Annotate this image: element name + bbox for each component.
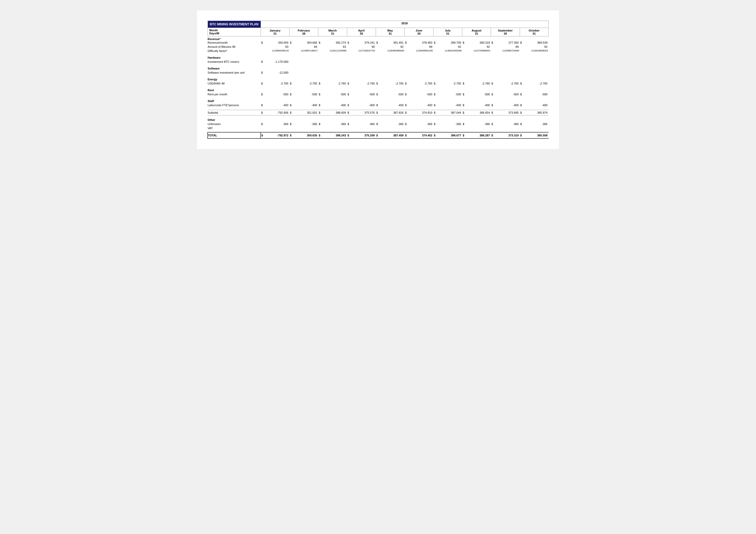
staff-currency-sep: $ xyxy=(491,103,494,107)
en-currency-mar: $ xyxy=(318,81,321,86)
rev-feb: 354.666 xyxy=(292,40,318,45)
spacer-1 xyxy=(208,53,549,55)
total-apr: 375.209 xyxy=(350,132,376,139)
rent-currency-jul: $ xyxy=(433,92,436,96)
rev-oct: 389.539 xyxy=(523,40,548,45)
rent-apr: -500 xyxy=(350,92,376,96)
total-oct: 385.508 xyxy=(523,132,548,139)
plan-title: BTC MINING INVESTMENT PLAN xyxy=(208,21,261,28)
hardware-section-row: Hardware xyxy=(208,55,549,60)
en-mar: -2.765 xyxy=(321,81,347,86)
en-currency-apr: $ xyxy=(347,81,350,86)
unf-oct: -366 xyxy=(523,122,548,126)
staff-feb: -400 xyxy=(292,103,318,107)
diff-oct: 1134018608323 xyxy=(523,49,548,53)
aug-header: August 31 xyxy=(462,28,491,37)
sub-currency-may: $ xyxy=(376,110,379,115)
total-sep: 373.319 xyxy=(494,132,520,139)
btc-oct: 92 xyxy=(523,45,548,49)
staff-currency-jun: $ xyxy=(405,103,408,107)
spacer-7 xyxy=(208,115,549,117)
sub-currency-oct: $ xyxy=(520,110,523,115)
hardware-sub-label: Investement BTC miners: xyxy=(208,60,261,64)
software-sub-label: Software investment /per unit xyxy=(208,70,261,75)
total-row: TOTAL $ -792.972 $ 350.635 $ 388.243 $ 3… xyxy=(208,132,549,139)
staff-currency-apr: $ xyxy=(347,103,350,107)
diff-jul: 1130623345286 xyxy=(436,49,462,53)
rev-jul: 390.709 xyxy=(436,40,462,45)
unf-mar: -366 xyxy=(321,122,347,126)
en-sep: -2.765 xyxy=(494,81,520,86)
en-currency-feb: $ xyxy=(289,81,292,86)
total-jul: 386.677 xyxy=(436,132,462,139)
total-currency-jun: $ xyxy=(405,132,408,139)
en-currency-aug: $ xyxy=(462,81,465,86)
other-section-row: Other xyxy=(208,117,549,122)
total-may: 387.459 xyxy=(379,132,404,139)
rev-currency-jan: $ xyxy=(261,40,264,45)
sub-currency-jul: $ xyxy=(433,110,436,115)
sub-currency-feb: $ xyxy=(289,110,292,115)
en-oct: -2.765 xyxy=(523,81,548,86)
difficulty-row: Difficulty factor* 1123863285132 1124987… xyxy=(208,49,549,53)
revenue-section-label: Revenue* xyxy=(208,37,549,41)
rent-currency-jan: $ xyxy=(261,92,264,96)
total-currency-may: $ xyxy=(376,132,379,139)
rev-currency-jun: $ xyxy=(405,40,408,45)
unf-aug: -366 xyxy=(465,122,491,126)
rent-mar: -500 xyxy=(321,92,347,96)
energy-sub-label: USD/KWh /M xyxy=(208,81,261,86)
rev-currency-oct: $ xyxy=(520,40,523,45)
unf-currency-sep: $ xyxy=(491,122,494,126)
btc-jul: 92 xyxy=(436,45,462,49)
staff-apr: -400 xyxy=(350,103,376,107)
btc-jun: 89 xyxy=(408,45,433,49)
sep-header: September 30 xyxy=(491,28,520,37)
diff-jun: 1129493851435 xyxy=(408,49,433,53)
rent-currency-sep: $ xyxy=(491,92,494,96)
diff-mar: 1126112135566 xyxy=(321,49,347,53)
rent-jul: -500 xyxy=(436,92,462,96)
btc-apr: 90 xyxy=(350,45,376,49)
rent-currency-apr: $ xyxy=(347,92,350,96)
hw-value: -1.170.000 xyxy=(264,60,289,64)
subtotal-row: Subtotal $ -792.606 $ 351.001 $ 388.609 … xyxy=(208,110,549,115)
total-aug: 386.287 xyxy=(465,132,491,139)
mar-header: March 31 xyxy=(318,28,347,37)
jan-header: January 31 xyxy=(261,28,289,37)
bitcoins-label: Amount of Bitcoins /M xyxy=(208,45,261,49)
staff-may: -400 xyxy=(379,103,404,107)
btc-jan: 93 xyxy=(264,45,289,49)
staff-row: Laborcosts FTE*persons $ -400 $ -400 $ -… xyxy=(208,103,549,107)
staff-currency-may: $ xyxy=(376,103,379,107)
other-section-label: Other xyxy=(208,117,549,122)
staff-section-label: Staff xyxy=(208,98,549,103)
spacer-6 xyxy=(208,107,549,110)
rent-currency-oct: $ xyxy=(520,92,523,96)
rent-section-label: Rent xyxy=(208,88,549,92)
btc-sep: 89 xyxy=(494,45,520,49)
rev-currency-aug: $ xyxy=(462,40,465,45)
total-currency-sep: $ xyxy=(491,132,494,139)
en-feb: -2.765 xyxy=(292,81,318,86)
energy-row: USD/KWh /M $ -2.765 $ -2.765 $ -2.765 $ … xyxy=(208,81,549,86)
staff-jan: -400 xyxy=(264,103,289,107)
unf-may: -366 xyxy=(379,122,404,126)
unf-apr: -366 xyxy=(350,122,376,126)
staff-currency-feb: $ xyxy=(289,103,292,107)
revenue-month-label: Revenue/month xyxy=(208,40,261,45)
rent-may: -500 xyxy=(379,92,404,96)
diff-feb: 1124987148417 xyxy=(292,49,318,53)
rent-aug: -500 xyxy=(465,92,491,96)
unf-currency-apr: $ xyxy=(347,122,350,126)
rent-jan: -500 xyxy=(264,92,289,96)
rent-oct: -500 xyxy=(523,92,548,96)
sub-feb: 351.001 xyxy=(292,110,318,115)
feb-header: February 28 xyxy=(289,28,318,37)
vat-row: VAT xyxy=(208,126,549,130)
staff-currency-jul: $ xyxy=(433,103,436,107)
total-currency-apr: $ xyxy=(347,132,350,139)
total-currency-mar: $ xyxy=(318,132,321,139)
unf-currency-mar: $ xyxy=(318,122,321,126)
unf-currency-oct: $ xyxy=(520,122,523,126)
